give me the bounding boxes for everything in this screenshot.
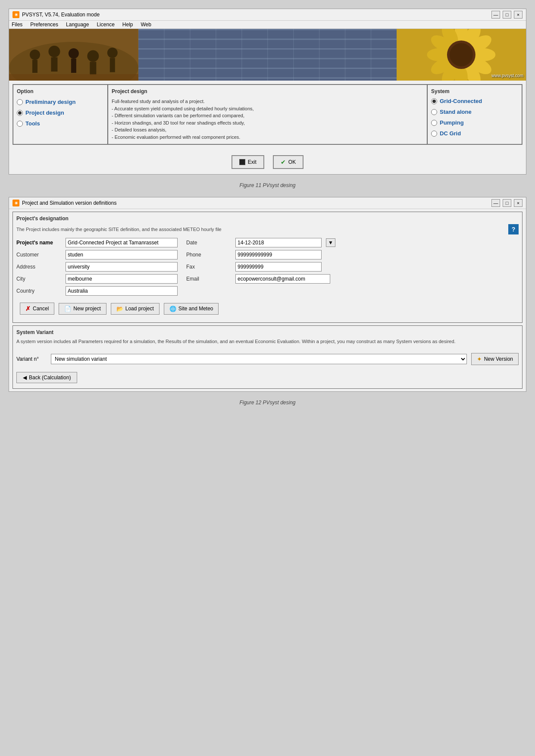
project-design-label: Project design bbox=[25, 109, 64, 116]
date-dropdown[interactable]: ▼ bbox=[326, 238, 335, 247]
menu-help[interactable]: Help bbox=[122, 22, 133, 28]
system-panel: System Grid-Connected Stand alone Pumpin… bbox=[427, 84, 522, 144]
ok-icon: ✔ bbox=[281, 159, 286, 166]
button-row: Exit ✔ OK bbox=[9, 148, 526, 174]
menu-language[interactable]: Language bbox=[66, 22, 89, 28]
new-version-button[interactable]: ✦ New Version bbox=[471, 353, 519, 365]
address-input[interactable] bbox=[66, 262, 178, 272]
stand-alone-option[interactable]: Stand alone bbox=[431, 109, 518, 115]
svg-rect-3 bbox=[32, 60, 38, 73]
preliminary-design-radio[interactable] bbox=[17, 99, 23, 105]
new-version-label: New Version bbox=[484, 356, 513, 362]
customer-label: Customer bbox=[16, 252, 59, 258]
project-design-description: Full-featured study and analysis of a pr… bbox=[112, 98, 423, 141]
system-variant-title: System Variant bbox=[16, 329, 519, 335]
preliminary-design-option[interactable]: Preliminary design bbox=[17, 99, 104, 105]
menu-files[interactable]: Files bbox=[12, 22, 22, 28]
load-project-button[interactable]: 📂 Load project bbox=[111, 303, 160, 315]
customer-input[interactable] bbox=[66, 250, 178, 259]
option-panel-title: Option bbox=[17, 88, 104, 94]
back-calculation-button[interactable]: ◀ Back (Calculation) bbox=[16, 372, 77, 383]
load-project-label: Load project bbox=[125, 306, 154, 312]
new-version-star-icon: ✦ bbox=[477, 356, 482, 362]
exit-icon bbox=[239, 159, 245, 165]
minimize-button[interactable]: — bbox=[491, 11, 500, 19]
svg-rect-9 bbox=[90, 62, 96, 75]
stand-alone-radio[interactable] bbox=[431, 109, 437, 115]
grid-connected-option[interactable]: Grid-Connected bbox=[431, 98, 518, 104]
cancel-label: Cancel bbox=[33, 306, 49, 312]
new-project-button[interactable]: 📄 New project bbox=[59, 303, 106, 315]
dc-grid-option[interactable]: DC Grid bbox=[431, 130, 518, 137]
address-row: Address Fax bbox=[16, 262, 519, 272]
svg-point-4 bbox=[48, 46, 60, 57]
address-field-row: Address bbox=[16, 262, 178, 272]
projects-name-field-row: Project's name bbox=[16, 238, 178, 247]
banner-left bbox=[9, 29, 138, 81]
fax-input[interactable] bbox=[235, 262, 322, 272]
project-simulation-window: ☀ Project and Simulation version definit… bbox=[9, 197, 526, 392]
grid-connected-radio[interactable] bbox=[431, 98, 437, 104]
menu-preferences[interactable]: Preferences bbox=[30, 22, 58, 28]
maximize-button2[interactable]: □ bbox=[503, 199, 511, 207]
svg-rect-12 bbox=[9, 74, 138, 81]
project-design-option[interactable]: Project design bbox=[17, 109, 104, 116]
country-input[interactable] bbox=[66, 286, 178, 296]
back-btn-row: ◀ Back (Calculation) bbox=[16, 369, 519, 385]
app-icon2: ☀ bbox=[13, 200, 19, 206]
svg-point-43 bbox=[450, 43, 473, 66]
help-button[interactable]: ? bbox=[508, 224, 519, 234]
email-input[interactable] bbox=[235, 274, 330, 284]
figure11-caption: Figure 11 PVsyst desing bbox=[9, 182, 526, 188]
new-project-icon: 📄 bbox=[64, 306, 71, 312]
variant-select[interactable]: New simulation variant bbox=[51, 354, 467, 364]
menubar: Files Preferences Language Licence Help … bbox=[9, 21, 526, 29]
country-row: Country bbox=[16, 286, 519, 296]
project-design-radio[interactable] bbox=[17, 110, 23, 116]
minimize-button2[interactable]: — bbox=[491, 199, 500, 207]
phone-field-row: Phone bbox=[186, 250, 322, 259]
pumping-option[interactable]: Pumping bbox=[431, 119, 518, 126]
window-controls: — □ × bbox=[491, 11, 522, 19]
pumping-radio[interactable] bbox=[431, 120, 437, 126]
phone-label: Phone bbox=[186, 252, 229, 258]
svg-point-10 bbox=[107, 48, 118, 58]
email-label: Email bbox=[186, 276, 229, 282]
main-panels: Option Preliminary design Project design… bbox=[13, 84, 522, 145]
pvsyst-main-window: ☀ PVSYST, V5.74, Evaluation mode — □ × F… bbox=[9, 9, 526, 175]
pumping-label: Pumping bbox=[440, 119, 464, 126]
date-input[interactable] bbox=[235, 238, 322, 247]
maximize-button[interactable]: □ bbox=[503, 11, 511, 19]
cancel-button[interactable]: ✗ Cancel bbox=[20, 303, 54, 315]
banner-url-text: www.pvsyst.com bbox=[491, 73, 523, 78]
close-button[interactable]: × bbox=[514, 11, 522, 19]
phone-input[interactable] bbox=[235, 250, 322, 259]
city-field-row: City bbox=[16, 274, 178, 284]
system-panel-title: System bbox=[431, 88, 518, 94]
site-and-meteo-button[interactable]: 🌐 Site and Meteo bbox=[164, 303, 219, 315]
project-design-panel-title: Project design bbox=[112, 88, 423, 94]
cancel-x-icon: ✗ bbox=[25, 305, 31, 312]
projects-name-row: Project's name Date ▼ bbox=[16, 238, 519, 247]
exit-button[interactable]: Exit bbox=[232, 155, 264, 169]
projects-name-input[interactable] bbox=[66, 238, 178, 247]
date-field-row: Date ▼ bbox=[186, 238, 335, 247]
tools-option[interactable]: Tools bbox=[17, 120, 104, 127]
menu-licence[interactable]: Licence bbox=[97, 22, 114, 28]
svg-rect-7 bbox=[71, 59, 76, 73]
tools-label: Tools bbox=[25, 120, 40, 127]
variant-row: Variant n° New simulation variant ✦ New … bbox=[16, 350, 519, 369]
tools-radio[interactable] bbox=[17, 121, 23, 127]
grid-connected-label: Grid-Connected bbox=[440, 98, 482, 104]
ok-button[interactable]: ✔ OK bbox=[273, 155, 303, 169]
close-button2[interactable]: × bbox=[514, 199, 522, 207]
window2-controls: — □ × bbox=[491, 199, 522, 207]
site-meteo-label: Site and Meteo bbox=[178, 306, 213, 312]
designation-description: The Project includes mainly the geograph… bbox=[16, 227, 508, 232]
menu-web[interactable]: Web bbox=[141, 22, 151, 28]
variant-label: Variant n° bbox=[16, 356, 47, 362]
dc-grid-radio[interactable] bbox=[431, 131, 437, 137]
city-input[interactable] bbox=[66, 274, 178, 284]
project-design-panel: Project design Full-featured study and a… bbox=[108, 84, 427, 144]
ok-label: OK bbox=[288, 159, 296, 165]
